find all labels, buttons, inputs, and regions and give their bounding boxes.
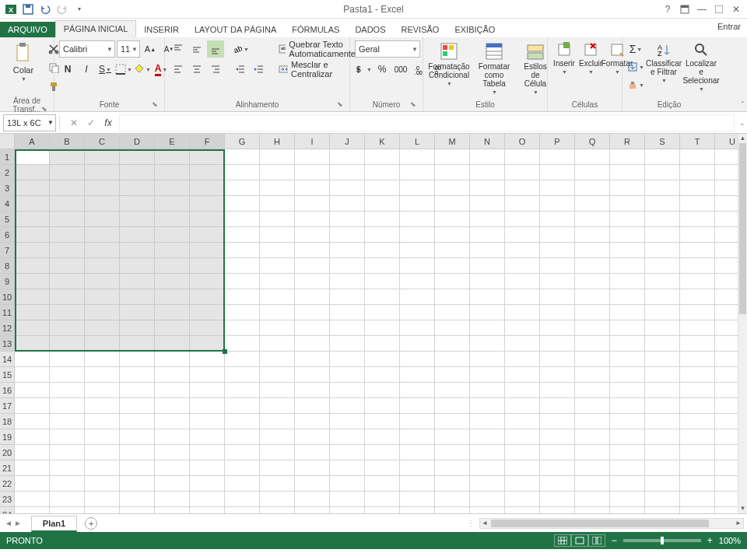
cell[interactable] <box>50 460 85 476</box>
cell[interactable] <box>50 398 85 414</box>
cell[interactable] <box>365 196 400 212</box>
comma-icon[interactable]: 000 <box>392 61 409 78</box>
cell[interactable] <box>365 180 400 196</box>
page-break-view-icon[interactable] <box>588 534 605 547</box>
cell[interactable] <box>260 320 295 336</box>
cell[interactable] <box>470 507 505 513</box>
cell[interactable] <box>645 274 680 289</box>
cell[interactable] <box>330 165 365 180</box>
cell[interactable] <box>470 165 505 180</box>
cell[interactable] <box>190 492 225 507</box>
cell[interactable] <box>260 289 295 305</box>
column-header[interactable]: R <box>610 134 645 149</box>
cell[interactable] <box>540 492 575 507</box>
zoom-in-icon[interactable]: + <box>707 535 713 546</box>
row-header[interactable]: 13 <box>0 336 15 352</box>
cell[interactable] <box>50 274 85 289</box>
percent-icon[interactable]: % <box>374 61 391 78</box>
cell[interactable] <box>260 227 295 243</box>
cell[interactable] <box>155 445 190 460</box>
cell[interactable] <box>435 336 470 352</box>
cell[interactable] <box>225 274 260 289</box>
cell[interactable] <box>50 196 85 212</box>
ribbon-display-icon[interactable] <box>677 2 693 17</box>
cell[interactable] <box>610 149 645 165</box>
cell[interactable] <box>540 383 575 398</box>
cell[interactable] <box>365 258 400 274</box>
row-header[interactable]: 22 <box>0 476 15 492</box>
cell[interactable] <box>85 507 120 513</box>
cell[interactable] <box>190 429 225 445</box>
cell[interactable] <box>435 196 470 212</box>
cell[interactable] <box>400 196 435 212</box>
cell[interactable] <box>610 414 645 429</box>
row-header[interactable]: 12 <box>0 320 15 336</box>
cell[interactable] <box>50 212 85 227</box>
cell[interactable] <box>365 212 400 227</box>
cell[interactable] <box>505 460 540 476</box>
column-header[interactable]: T <box>680 134 715 149</box>
cell[interactable] <box>15 305 50 320</box>
cell[interactable] <box>155 149 190 165</box>
cell[interactable] <box>190 460 225 476</box>
cell[interactable] <box>680 476 715 492</box>
cell[interactable] <box>225 507 260 513</box>
cell[interactable] <box>225 258 260 274</box>
cell[interactable] <box>680 305 715 320</box>
cell[interactable] <box>190 274 225 289</box>
cell[interactable] <box>330 180 365 196</box>
cell[interactable] <box>680 367 715 383</box>
cell[interactable] <box>470 180 505 196</box>
cell[interactable] <box>610 429 645 445</box>
cell[interactable] <box>610 243 645 258</box>
cell[interactable] <box>15 212 50 227</box>
cell[interactable] <box>225 352 260 367</box>
cell[interactable] <box>330 476 365 492</box>
cell[interactable] <box>540 258 575 274</box>
formula-input[interactable] <box>119 114 735 131</box>
cell[interactable] <box>400 320 435 336</box>
cell[interactable] <box>365 352 400 367</box>
column-header[interactable]: E <box>155 134 190 149</box>
cell[interactable] <box>645 180 680 196</box>
row-header[interactable]: 8 <box>0 258 15 274</box>
cell[interactable] <box>435 507 470 513</box>
cell[interactable] <box>575 492 610 507</box>
page-layout-view-icon[interactable] <box>571 534 588 547</box>
cell[interactable] <box>15 507 50 513</box>
cell[interactable] <box>505 383 540 398</box>
cell[interactable] <box>435 383 470 398</box>
cell[interactable] <box>85 367 120 383</box>
zoom-level[interactable]: 100% <box>719 536 741 545</box>
cell[interactable] <box>645 445 680 460</box>
autosum-icon[interactable]: Σ▼ <box>627 40 644 58</box>
cell[interactable] <box>120 320 155 336</box>
cell[interactable] <box>295 196 330 212</box>
cell[interactable] <box>540 289 575 305</box>
cell[interactable] <box>505 476 540 492</box>
cell[interactable] <box>85 352 120 367</box>
cell[interactable] <box>680 398 715 414</box>
scroll-up-icon[interactable]: ▲ <box>738 134 747 143</box>
sheet-nav-next-icon[interactable]: ► <box>14 519 22 527</box>
row-header[interactable]: 4 <box>0 196 15 212</box>
cell[interactable] <box>155 492 190 507</box>
orientation-icon[interactable]: ab▼ <box>232 40 249 58</box>
cell[interactable] <box>120 212 155 227</box>
cell[interactable] <box>225 305 260 320</box>
scroll-down-icon[interactable]: ▼ <box>738 504 747 513</box>
cell[interactable] <box>470 289 505 305</box>
column-header[interactable]: L <box>400 134 435 149</box>
cell[interactable] <box>190 445 225 460</box>
cell[interactable] <box>365 320 400 336</box>
cell[interactable] <box>540 305 575 320</box>
cell[interactable] <box>540 352 575 367</box>
cell[interactable] <box>610 180 645 196</box>
cell[interactable] <box>50 258 85 274</box>
cell[interactable] <box>50 414 85 429</box>
cell[interactable] <box>610 445 645 460</box>
cell[interactable] <box>470 398 505 414</box>
cell[interactable] <box>400 274 435 289</box>
row-header[interactable]: 17 <box>0 398 15 414</box>
cell[interactable] <box>680 414 715 429</box>
